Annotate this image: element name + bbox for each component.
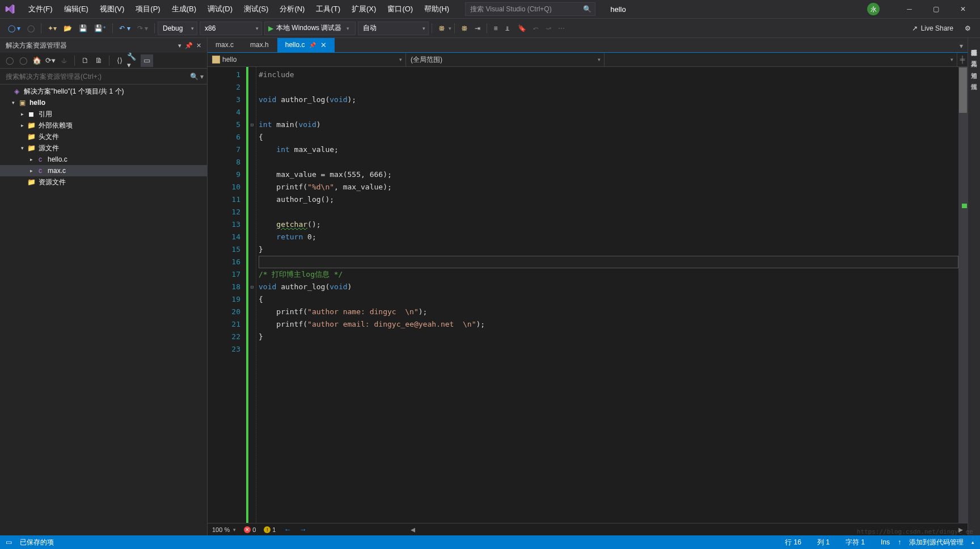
menu-analyze[interactable]: 分析(N) (274, 1, 310, 17)
start-debug-label: 本地 Windows 调试器 (276, 23, 341, 33)
tree-solution[interactable]: ◈解决方案"hello"(1 个项目/共 1 个) (0, 86, 207, 97)
tab-hello-c[interactable]: hello.c 📌 ✕ (277, 38, 335, 52)
refs-icon: ◼ (26, 109, 36, 119)
tree-project[interactable]: ▣hello (0, 97, 207, 108)
se-switch-icon[interactable]: ⟳▾ (44, 54, 57, 67)
search-icon: 🔍 (583, 5, 592, 13)
minimize-button[interactable]: ─ (897, 0, 922, 19)
error-icon: ✕ (244, 526, 251, 533)
se-properties-icon[interactable]: 🔧▾ (127, 54, 140, 67)
config-dropdown[interactable]: Debug (158, 22, 197, 35)
tab-max-c[interactable]: max.c (208, 38, 242, 52)
tree-file-max-c[interactable]: cmax.c (0, 165, 207, 176)
se-home-icon[interactable]: 🏠 (31, 54, 43, 67)
menu-tools[interactable]: 工具(T) (310, 1, 346, 17)
save-button[interactable]: 💾 (76, 22, 90, 35)
rail-notifications[interactable]: 通知 (969, 65, 979, 70)
play-icon: ▶ (268, 24, 273, 32)
tab-close-icon[interactable]: ✕ (320, 41, 327, 49)
status-saved: 已保存的项 (12, 538, 62, 547)
se-search-input[interactable] (3, 71, 190, 82)
warnings-count[interactable]: !1 (264, 526, 276, 533)
menu-ext[interactable]: 扩展(X) (346, 1, 382, 17)
nav-project-dropdown[interactable]: hello (208, 53, 406, 66)
debug-target-dropdown[interactable]: 自动 (358, 22, 429, 35)
new-item-button[interactable]: ✦▾ (45, 22, 60, 35)
maximize-button[interactable]: ▢ (923, 0, 949, 19)
se-showall-icon[interactable]: 🗋 (79, 54, 91, 67)
panel-close-icon[interactable]: ✕ (196, 42, 201, 49)
pin-icon[interactable]: 📌 (309, 42, 316, 48)
vertical-scrollbar[interactable] (958, 67, 968, 523)
main-toolbar: ◯ ▾ ◯ ✦▾ 📂 💾 💾⁺ ↶ ▾ ↷ ▾ Debug x86 ▶ 本地 W… (0, 19, 980, 38)
tree-headers[interactable]: 📁头文件 (0, 131, 207, 142)
vs-logo-icon (5, 3, 16, 15)
tree-file-hello-c[interactable]: chello.c (0, 154, 207, 165)
tabs-overflow-icon[interactable]: ▾ (955, 40, 968, 52)
se-sync-icon: ⫝ (58, 54, 70, 67)
nav-next-icon[interactable]: → (299, 525, 306, 534)
liveshare-icon: ↗ (912, 24, 918, 32)
folder-icon: 📁 (26, 121, 36, 130)
se-search-icon: 🔍 ▾ (190, 73, 204, 81)
status-scm[interactable]: 添加到源代码管理 (901, 538, 971, 547)
menu-project[interactable]: 项目(P) (130, 1, 166, 17)
errors-count[interactable]: ✕0 (244, 526, 256, 533)
menu-file[interactable]: 文件(F) (23, 1, 58, 17)
user-badge[interactable]: 永 (867, 3, 880, 15)
liveshare-button[interactable]: ↗ Live Share ⚙ (907, 24, 975, 32)
rail-toolbox[interactable]: 工具箱 (969, 54, 979, 58)
close-button[interactable]: ✕ (950, 0, 975, 19)
status-col: 列 1 (809, 538, 838, 547)
menu-view[interactable]: 视图(V) (94, 1, 130, 17)
search-placeholder: 搜索 Visual Studio (Ctrl+Q) (470, 5, 552, 14)
toolbar-icon-1[interactable]: 🟔 (436, 22, 448, 35)
open-button[interactable]: 📂 (61, 22, 75, 35)
solution-explorer-toolbar: ◯ ◯ 🏠 ⟳▾ ⫝ 🗋 🗎 ⟨⟩ 🔧▾ ▭ (0, 53, 207, 69)
nav-back-button[interactable]: ◯ ▾ (5, 22, 23, 35)
menu-help[interactable]: 帮助(H) (419, 1, 455, 17)
panel-pin-icon[interactable]: 📌 (185, 42, 193, 49)
toolbar-icon-5[interactable]: ⫫ (501, 22, 514, 35)
code-editor[interactable]: 1234567891011121314151617181920212223 ⊟⊟… (208, 67, 968, 523)
platform-dropdown[interactable]: x86 (200, 22, 262, 35)
se-preview-icon[interactable]: ▭ (141, 54, 153, 67)
save-all-button[interactable]: 💾⁺ (91, 22, 109, 35)
menu-build[interactable]: 生成(B) (166, 1, 202, 17)
menu-edit[interactable]: 编辑(E) (58, 1, 94, 17)
start-debug-button[interactable]: ▶ 本地 Windows 调试器 ▾ (264, 22, 356, 35)
toolbar-icon-2[interactable]: 🟔 (458, 22, 471, 35)
quick-search[interactable]: 搜索 Visual Studio (Ctrl+Q) 🔍 (465, 2, 595, 16)
se-refresh-icon[interactable]: 🗎 (92, 54, 105, 67)
se-viewcode-icon[interactable]: ⟨⟩ (113, 54, 126, 67)
tree-sources[interactable]: 📁源文件 (0, 142, 207, 154)
zoom-level[interactable]: 100 % (212, 526, 236, 533)
tree-references[interactable]: ◼引用 (0, 108, 207, 120)
tab-max-h[interactable]: max.h (242, 38, 277, 52)
liveshare-settings-icon[interactable]: ⚙ (965, 24, 971, 32)
tree-resources[interactable]: 📁资源文件 (0, 176, 207, 188)
status-icon: ▭ (6, 538, 12, 546)
toolbar-icon-3[interactable]: ⇥ (472, 22, 483, 35)
bookmark-button[interactable]: 🔖 (515, 22, 529, 35)
fold-gutter[interactable]: ⊟⊟ (248, 67, 256, 523)
nav-scope-dropdown[interactable]: (全局范围) (406, 53, 605, 66)
toolbar-icon-4[interactable]: ≡ (491, 22, 500, 35)
status-char: 字符 1 (838, 538, 873, 547)
code-content[interactable]: #include void author_log(void);int main(… (256, 67, 958, 523)
nav-member-dropdown[interactable] (605, 53, 957, 66)
nav-split-icon[interactable]: ╪ (957, 53, 968, 66)
menu-window[interactable]: 窗口(O) (382, 1, 419, 17)
rail-server-explorer[interactable]: 服务器资源管理器 (969, 43, 979, 47)
hscroll-left-icon[interactable]: ◂ (411, 524, 415, 535)
solution-explorer-search[interactable]: 🔍 ▾ (0, 69, 207, 85)
nav-prev-icon[interactable]: ← (284, 525, 291, 534)
menu-debug[interactable]: 调试(D) (202, 1, 238, 17)
navigation-bar: hello (全局范围) ╪ (208, 53, 968, 67)
warning-icon: ! (264, 526, 271, 533)
panel-dropdown-icon[interactable]: ▾ (178, 42, 181, 49)
menu-test[interactable]: 测试(S) (238, 1, 274, 17)
rail-properties[interactable]: 属性 (969, 77, 979, 81)
undo-button[interactable]: ↶ ▾ (116, 22, 133, 35)
tree-external-deps[interactable]: 📁外部依赖项 (0, 120, 207, 131)
